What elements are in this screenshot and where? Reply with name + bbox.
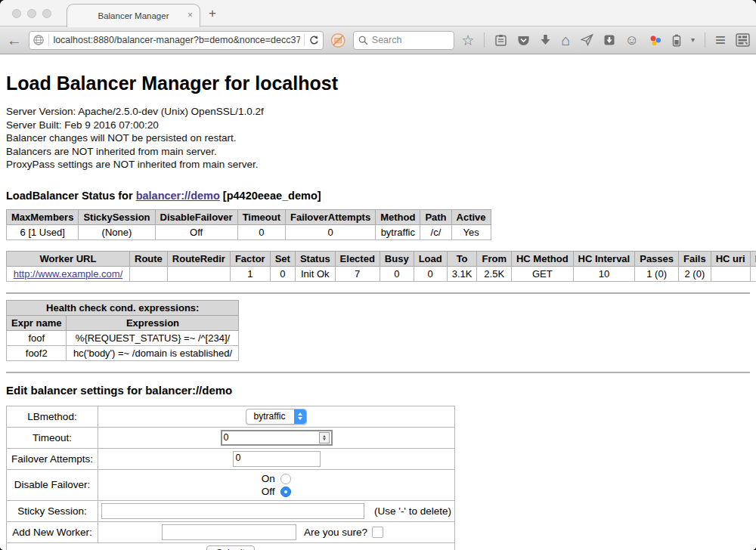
worker-table: Worker URL Route RouteRedir Factor Set S… <box>6 251 756 282</box>
disable-failover-label: Disable Failover: <box>7 469 98 500</box>
balancer-demo-link[interactable]: balancer://demo <box>136 190 220 202</box>
table-cell: 0 <box>237 224 285 239</box>
column-header: Factor <box>230 251 270 266</box>
column-header: FailoverAttempts <box>285 209 375 224</box>
table-cell: 1 (0) <box>635 266 679 281</box>
home-icon[interactable]: ⌂ <box>561 32 570 48</box>
column-header: Worker URL <box>7 251 130 266</box>
zoom-window-button[interactable] <box>42 9 51 18</box>
column-header: Method <box>376 209 420 224</box>
expr-name-cell: foof2 <box>7 345 67 360</box>
column-header: Elected <box>335 251 380 266</box>
table-header-row: Worker URL Route RouteRedir Factor Set S… <box>7 251 756 266</box>
persist-note-line: Balancer changes will NOT be persisted o… <box>6 131 750 145</box>
timeout-input[interactable]: 0 <box>221 430 333 446</box>
table-cell <box>130 266 168 281</box>
worker-url-link[interactable]: http://www.example.com/ <box>14 268 123 280</box>
url-bar[interactable]: localhost:8880/balancer-manager?b=demo&n… <box>29 31 324 50</box>
table-cell: /c/ <box>420 224 451 239</box>
table-row: foof %{REQUEST_STATUS} =~ /^[234]/ <box>7 330 239 345</box>
table-header-row: MaxMembers StickySession DisableFailover… <box>7 209 491 224</box>
failover-attempts-label: Failover Attempts: <box>7 448 98 469</box>
table-cell: Off <box>155 224 237 239</box>
url-text[interactable]: localhost:8880/balancer-manager?b=demo&n… <box>53 35 300 45</box>
number-stepper-icon[interactable] <box>319 432 330 443</box>
column-header: Busy <box>380 251 414 266</box>
tab-balancer-manager[interactable]: Balancer Manager × <box>67 4 200 27</box>
pocket-icon[interactable] <box>517 34 530 47</box>
emoji-icon[interactable]: ☺ <box>625 33 639 47</box>
select-arrows-icon <box>294 409 306 424</box>
column-header: MaxMembers <box>7 209 79 224</box>
table-cell: bytraffic <box>376 224 420 239</box>
column-header: HC Method <box>511 251 573 266</box>
table-row: 6 [1 Used] (None) Off 0 0 bytraffic /c/ … <box>7 224 491 239</box>
new-tab-button[interactable]: + <box>209 6 216 21</box>
table-header-row: Health check cond. expressions: <box>7 300 239 315</box>
column-header: Set <box>270 251 295 266</box>
search-bar[interactable]: Search <box>353 31 455 50</box>
tab-close-icon[interactable]: × <box>187 10 193 20</box>
menu-icon[interactable]: ≡ <box>715 31 726 49</box>
blocked-content-icon[interactable] <box>330 32 345 48</box>
column-header: HC Expr <box>750 251 756 266</box>
table-cell: 0 <box>380 266 414 281</box>
expression-cell: %{REQUEST_STATUS} =~ /^[234]/ <box>67 330 239 345</box>
table-cell: 10 <box>573 266 635 281</box>
table-row: http://www.example.com/ 1 0 Init Ok 7 0 … <box>7 266 756 281</box>
are-you-sure-label: Are you sure? <box>304 527 367 538</box>
toolbar-divider <box>484 32 485 48</box>
disable-failover-off-radio[interactable] <box>280 487 291 497</box>
failover-attempts-input[interactable]: 0 <box>233 451 321 467</box>
submit-button[interactable]: Submit <box>206 545 254 550</box>
expr-name-cell: foof <box>7 330 67 345</box>
form-row-sticky-session: Sticky Session: (Use '-' to delete) <box>7 500 455 521</box>
column-header: DisableFailover <box>155 209 237 224</box>
table-cell: 6 [1 Used] <box>7 224 79 239</box>
column-header: Route <box>130 251 168 266</box>
search-placeholder: Search <box>372 35 402 45</box>
close-window-button[interactable] <box>12 9 21 18</box>
lbmethod-label: LBmethod: <box>7 406 98 427</box>
server-built-line: Server Built: Feb 9 2016 07:00:20 <box>6 119 750 132</box>
add-worker-label: Add New Worker: <box>7 521 98 542</box>
column-header: Path <box>420 209 451 224</box>
table-cell <box>711 266 750 281</box>
send-icon[interactable] <box>581 34 593 46</box>
radio-off-label: Off <box>262 486 275 497</box>
search-icon <box>358 36 368 45</box>
overflow-caret-icon[interactable]: ▾ <box>691 36 695 44</box>
reading-list-icon[interactable] <box>494 34 507 47</box>
form-row-add-worker: Add New Worker: Are you sure? <box>7 521 455 542</box>
sticky-session-input[interactable] <box>101 503 364 519</box>
bookmark-star-icon[interactable]: ☆ <box>461 33 474 48</box>
status-suffix: [p4420eeae_demo] <box>220 190 321 202</box>
form-row-submit: Submit <box>7 542 455 550</box>
table-cell: 1 <box>230 266 270 281</box>
navigation-toolbar: ← localhost:8880/balancer-manager?b=demo… <box>0 26 756 54</box>
reload-icon[interactable] <box>308 35 320 46</box>
balancer-summary-table: MaxMembers StickySession DisableFailover… <box>6 209 491 240</box>
back-button[interactable]: ← <box>6 32 22 48</box>
keyboard-grid-icon[interactable] <box>736 33 750 47</box>
lbmethod-selected-value: bytraffic <box>254 411 295 422</box>
edit-settings-heading: Edit balancer settings for balancer://de… <box>6 384 750 397</box>
expression-cell: hc('body') =~ /domain is established/ <box>67 345 239 360</box>
window-controls <box>12 9 51 18</box>
table-cell: Yes <box>451 224 491 239</box>
tab-title: Balancer Manager <box>98 11 169 20</box>
add-worker-input[interactable] <box>162 524 296 540</box>
table-cell: 7 <box>335 266 380 281</box>
disable-failover-on-radio[interactable] <box>280 474 291 484</box>
lbmethod-select[interactable]: bytraffic <box>246 409 308 425</box>
colored-dots-extension-icon[interactable] <box>649 34 662 47</box>
are-you-sure-checkbox[interactable] <box>372 527 383 538</box>
battery-icon[interactable] <box>672 34 681 47</box>
globe-icon <box>33 34 45 46</box>
download-box-icon[interactable] <box>603 34 615 46</box>
downloads-icon[interactable] <box>540 34 551 46</box>
column-header: Passes <box>635 251 679 266</box>
page-content: Load Balancer Manager for localhost Serv… <box>0 54 756 550</box>
minimize-window-button[interactable] <box>27 9 36 18</box>
table-cell: 0 <box>285 224 375 239</box>
